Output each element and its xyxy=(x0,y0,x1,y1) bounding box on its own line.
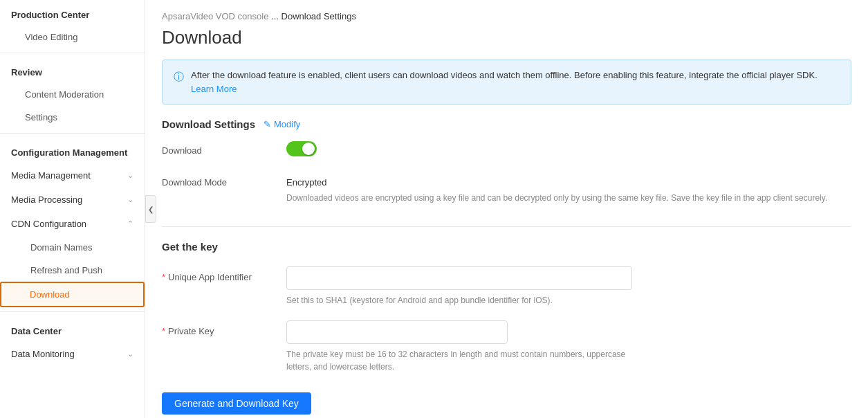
chevron-down-icon: ⌄ xyxy=(127,171,133,180)
private-key-input-wrap: The private key must be 16 to 32 charact… xyxy=(286,320,632,373)
download-toggle-row: Download xyxy=(162,141,851,162)
private-key-row: * Private Key The private key must be 16… xyxy=(162,320,851,373)
private-key-label: * Private Key xyxy=(162,320,286,336)
section-header: Download Settings ✎ Modify xyxy=(162,118,851,130)
get-key-section: Get the key * Unique App Identifier Set … xyxy=(162,241,851,415)
sidebar-item-media-processing[interactable]: Media Processing ⌄ xyxy=(0,188,145,212)
sidebar-item-cdn-configuration[interactable]: CDN Configuration ⌃ xyxy=(0,212,145,236)
download-mode-row: Download Mode Encrypted Downloaded video… xyxy=(162,173,851,210)
sidebar-item-download[interactable]: Download xyxy=(0,282,145,307)
info-banner: ⓘ After the download feature is enabled,… xyxy=(162,60,851,104)
sidebar-item-media-management[interactable]: Media Management ⌄ xyxy=(0,163,145,188)
chevron-up-icon: ⌃ xyxy=(127,219,133,228)
toggle-slider xyxy=(286,141,317,156)
sidebar-section-config: Configuration Management Media Managemen… xyxy=(0,138,145,312)
private-key-input[interactable] xyxy=(286,320,508,344)
sidebar-section-title-production: Production Center xyxy=(0,0,145,26)
required-mark: * xyxy=(162,326,165,336)
sidebar-section-title-review: Review xyxy=(0,57,145,83)
sidebar-item-data-monitoring[interactable]: Data Monitoring ⌄ xyxy=(0,342,145,366)
unique-app-identifier-input[interactable] xyxy=(286,266,632,290)
breadcrumb: ApsaraVideo VOD console ... Download Set… xyxy=(145,0,868,21)
sidebar-section-data: Data Center Data Monitoring ⌄ xyxy=(0,316,145,366)
sidebar-item-domain-names[interactable]: Domain Names xyxy=(0,236,145,259)
unique-app-identifier-input-wrap: Set this to SHA1 (keystore for Android a… xyxy=(286,266,632,307)
sidebar-item-settings[interactable]: Settings xyxy=(0,106,145,129)
info-banner-text: After the download feature is enabled, c… xyxy=(191,69,840,96)
unique-app-identifier-hint: Set this to SHA1 (keystore for Android a… xyxy=(286,294,632,307)
required-mark: * xyxy=(162,272,165,282)
collapse-icon[interactable]: ❮ xyxy=(145,195,156,223)
chevron-down-icon: ⌄ xyxy=(127,195,133,204)
download-toggle-value xyxy=(286,141,851,156)
sidebar-section-review: Review Content Moderation Settings xyxy=(0,57,145,134)
chevron-down-icon: ⌄ xyxy=(127,349,133,358)
sidebar-item-video-editing[interactable]: Video Editing xyxy=(0,26,145,48)
sidebar-section-title-config: Configuration Management xyxy=(0,138,145,163)
unique-app-identifier-row: * Unique App Identifier Set this to SHA1… xyxy=(162,266,851,307)
download-toggle[interactable] xyxy=(286,141,317,156)
learn-more-link[interactable]: Learn More xyxy=(191,84,237,94)
sidebar-item-content-moderation[interactable]: Content Moderation xyxy=(0,83,145,106)
sidebar: Production Center Video Editing Review C… xyxy=(0,0,145,418)
download-settings-section: Download Settings ✎ Modify Download Down… xyxy=(162,118,851,210)
main-content: ApsaraVideo VOD console ... Download Set… xyxy=(145,0,868,418)
sidebar-item-refresh-push[interactable]: Refresh and Push xyxy=(0,259,145,282)
breadcrumb-current: Download Settings xyxy=(281,11,356,21)
section-divider xyxy=(162,226,851,227)
download-mode-text: Encrypted xyxy=(286,173,851,188)
download-mode-hint: Downloaded videos are encrypted using a … xyxy=(286,192,851,204)
section-title: Download Settings xyxy=(162,118,255,130)
modify-button[interactable]: ✎ Modify xyxy=(264,119,300,129)
edit-icon: ✎ xyxy=(264,119,271,129)
sidebar-section-production: Production Center Video Editing xyxy=(0,0,145,53)
download-mode-label: Download Mode xyxy=(162,173,286,188)
download-mode-value: Encrypted Downloaded videos are encrypte… xyxy=(286,173,851,204)
unique-app-identifier-label: * Unique App Identifier xyxy=(162,266,286,282)
breadcrumb-home[interactable]: ApsaraVideo VOD console xyxy=(162,11,268,21)
sidebar-section-title-data: Data Center xyxy=(0,316,145,342)
get-key-title: Get the key xyxy=(162,241,851,253)
breadcrumb-ellipsis: ... xyxy=(271,11,281,21)
info-icon: ⓘ xyxy=(174,69,184,85)
page-title: Download xyxy=(145,21,868,60)
private-key-hint: The private key must be 16 to 32 charact… xyxy=(286,348,632,373)
download-label: Download xyxy=(162,141,286,156)
generate-download-key-button[interactable]: Generate and Download Key xyxy=(162,392,311,415)
